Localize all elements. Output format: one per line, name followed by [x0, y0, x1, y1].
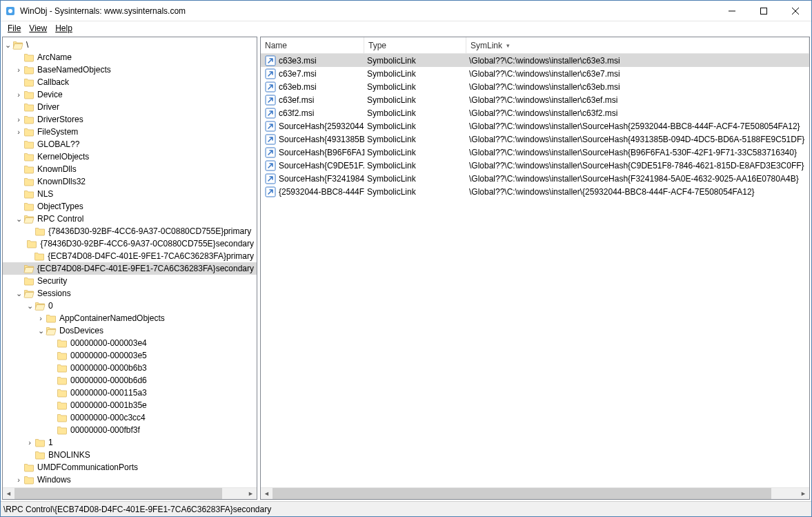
expand-icon[interactable]: [14, 126, 23, 138]
folder-icon: [57, 375, 68, 386]
tree-horizontal-scrollbar[interactable]: ◄ ►: [3, 487, 257, 499]
expand-icon[interactable]: [25, 436, 34, 449]
list-horizontal-scrollbar[interactable]: ◄ ►: [261, 487, 809, 499]
tree-item[interactable]: 00000000-0000b6d6: [3, 374, 257, 387]
tree-item[interactable]: KnownDlls: [3, 163, 257, 175]
folder-icon: [34, 226, 46, 237]
tree-item[interactable]: 00000000-000003e4: [3, 337, 257, 349]
expand-icon[interactable]: [14, 287, 23, 300]
item-name: SourceHash{4931385B...: [279, 135, 364, 144]
tree-item[interactable]: FileSystem: [3, 126, 257, 138]
list-row[interactable]: c63eb.msiSymbolicLink\Global??\C:\window…: [261, 80, 809, 93]
scroll-left-icon[interactable]: ◄: [261, 490, 273, 497]
column-header-name[interactable]: Name: [261, 37, 364, 53]
folder-icon: [57, 412, 68, 423]
menubar: File View Help: [1, 21, 811, 35]
tree-item[interactable]: 00000000-000115a3: [3, 387, 257, 399]
scroll-left-icon[interactable]: ◄: [3, 490, 14, 497]
list-row[interactable]: SourceHash{25932044...SymbolicLink\Globa…: [261, 119, 809, 133]
folder-icon: [26, 238, 37, 249]
tree-item-selected[interactable]: {ECB74D08-D4FC-401E-9FE1-7CA6C36283FA}se…: [3, 262, 257, 275]
list-row[interactable]: SourceHash{B96F6FA1...SymbolicLink\Globa…: [261, 146, 809, 159]
item-symlink: \Global??\C:\windows\installer\c63e7.msi: [466, 69, 809, 79]
item-symlink: \Global??\C:\windows\installer\SourceHas…: [466, 148, 809, 157]
expand-icon[interactable]: [14, 113, 23, 126]
folder-icon: [23, 164, 34, 175]
close-button[interactable]: [780, 1, 811, 21]
tree-item[interactable]: GLOBAL??: [3, 138, 257, 150]
list-row[interactable]: c63e7.msiSymbolicLink\Global??\C:\window…: [261, 67, 809, 80]
tree-item[interactable]: Callback: [3, 76, 257, 88]
tree-item[interactable]: 0: [3, 300, 257, 312]
list-row[interactable]: c63e3.msiSymbolicLink\Global??\C:\window…: [261, 54, 809, 67]
menu-file[interactable]: File: [3, 23, 25, 34]
item-symlink: \Global??\C:\windows\installer\SourceHas…: [466, 174, 809, 184]
minimize-button[interactable]: [716, 1, 748, 21]
expand-icon[interactable]: [25, 300, 34, 312]
expand-icon[interactable]: [14, 213, 23, 225]
list-row[interactable]: SourceHash{F3241984...SymbolicLink\Globa…: [261, 172, 809, 185]
item-symlink: \Global??\C:\windows\installer\c63ef.msi: [466, 95, 809, 105]
tree-item[interactable]: 00000000-000fbf3f: [3, 424, 257, 436]
expand-icon[interactable]: [14, 474, 23, 486]
tree-item[interactable]: ObjectTypes: [3, 200, 257, 213]
menu-view[interactable]: View: [25, 23, 51, 34]
tree-item[interactable]: Security: [3, 275, 257, 287]
list-header: Name Type SymLink▾: [261, 37, 809, 54]
tree-item[interactable]: UMDFCommunicationPorts: [3, 461, 257, 474]
shortcut-icon: [265, 186, 276, 197]
list-row[interactable]: c63f2.msiSymbolicLink\Global??\C:\window…: [261, 106, 809, 119]
scroll-right-icon[interactable]: ►: [245, 490, 257, 497]
scroll-right-icon[interactable]: ►: [798, 490, 809, 497]
tree-item-sessions[interactable]: Sessions: [3, 287, 257, 300]
column-header-symlink[interactable]: SymLink▾: [466, 37, 809, 53]
list-row[interactable]: SourceHash{4931385B...SymbolicLink\Globa…: [261, 133, 809, 146]
tree-item[interactable]: KnownDlls32: [3, 175, 257, 188]
tree-item[interactable]: DosDevices: [3, 324, 257, 337]
tree-item[interactable]: 1: [3, 436, 257, 449]
expand-icon[interactable]: [14, 88, 23, 101]
tree-item[interactable]: AppContainerNamedObjects: [3, 312, 257, 324]
tree-item[interactable]: BaseNamedObjects: [3, 64, 257, 76]
list-row[interactable]: {25932044-BBC8-444F...SymbolicLink\Globa…: [261, 185, 809, 198]
tree-item[interactable]: Windows: [3, 474, 257, 486]
folder-icon: [23, 275, 34, 286]
tree-item[interactable]: Driver: [3, 101, 257, 113]
item-symlink: \Global??\C:\windows\installer\c63eb.msi: [466, 82, 809, 92]
item-type: SymbolicLink: [364, 82, 466, 92]
list-row[interactable]: c63ef.msiSymbolicLink\Global??\C:\window…: [261, 93, 809, 106]
tree-item[interactable]: KernelObjects: [3, 150, 257, 163]
item-type: SymbolicLink: [364, 135, 466, 144]
list-body[interactable]: c63e3.msiSymbolicLink\Global??\C:\window…: [261, 54, 809, 487]
folder-icon: [57, 350, 68, 361]
folder-open-icon: [23, 288, 34, 299]
tree-item[interactable]: DriverStores: [3, 113, 257, 126]
tree-item[interactable]: BNOLINKS: [3, 449, 257, 461]
tree-item[interactable]: 00000000-0000b6b3: [3, 362, 257, 374]
tree-item[interactable]: ArcName: [3, 51, 257, 64]
tree-item-rpc[interactable]: RPC Control: [3, 213, 257, 225]
folder-icon: [23, 201, 34, 212]
object-tree[interactable]: \ ArcName BaseNamedObjects Callback Devi…: [3, 37, 257, 487]
column-header-type[interactable]: Type: [364, 37, 466, 53]
tree-item[interactable]: {ECB74D08-D4FC-401E-9FE1-7CA6C36283FA}pr…: [3, 250, 257, 262]
expand-icon[interactable]: [3, 39, 12, 51]
list-row[interactable]: SourceHash{C9DE51F...SymbolicLink\Global…: [261, 159, 809, 172]
content-split: \ ArcName BaseNamedObjects Callback Devi…: [1, 35, 811, 501]
maximize-button[interactable]: [748, 1, 780, 21]
tree-item[interactable]: 00000000-000c3cc4: [3, 411, 257, 424]
expand-icon[interactable]: [14, 64, 23, 76]
tree-item[interactable]: {78436D30-92BF-4CC6-9A37-0C0880CD755E}se…: [3, 237, 257, 250]
tree-root[interactable]: \: [3, 39, 257, 51]
tree-item[interactable]: {78436D30-92BF-4CC6-9A37-0C0880CD755E}pr…: [3, 225, 257, 237]
tree-item[interactable]: 00000000-0001b35e: [3, 399, 257, 411]
tree-item[interactable]: NLS: [3, 188, 257, 200]
expand-icon[interactable]: [36, 312, 46, 324]
statusbar: \RPC Control\{ECB74D08-D4FC-401E-9FE1-7C…: [1, 501, 811, 516]
tree-item[interactable]: 00000000-000003e5: [3, 349, 257, 362]
menu-help[interactable]: Help: [51, 23, 77, 34]
svg-rect-3: [761, 8, 767, 14]
tree-item[interactable]: Device: [3, 88, 257, 101]
item-name: {25932044-BBC8-444F...: [279, 187, 364, 197]
expand-icon[interactable]: [36, 324, 46, 337]
